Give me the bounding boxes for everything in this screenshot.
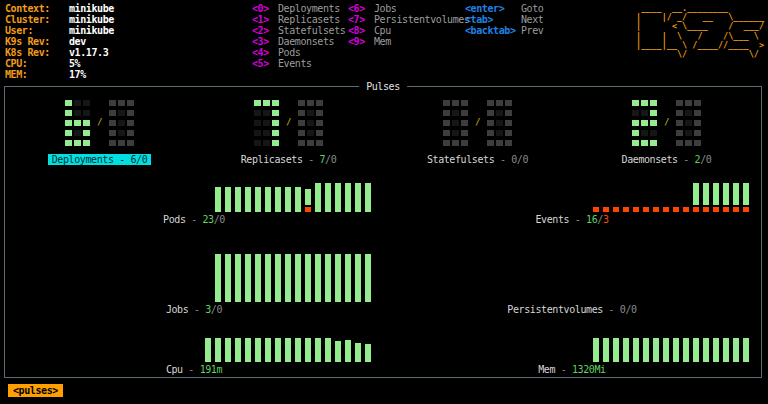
menu-item-persistentvolumes[interactable]: <7>Persistentvolumes — [348, 14, 470, 25]
bar — [365, 254, 371, 302]
label-separator: - — [569, 214, 586, 225]
bar-column — [245, 338, 251, 362]
digit-cell — [307, 100, 314, 106]
digit-cell — [127, 100, 134, 106]
info-label: User: — [5, 25, 69, 36]
digit-cell — [650, 110, 657, 116]
bar — [275, 187, 281, 212]
digit-cell — [461, 100, 468, 106]
bar — [345, 340, 351, 362]
digit-cell — [461, 140, 468, 146]
bar — [215, 187, 221, 212]
digit-cell — [487, 100, 494, 106]
cluster-info-row: Context:minikube — [5, 3, 114, 14]
menu-item-cpu[interactable]: <8>Cpu — [348, 25, 470, 36]
pulse-panel-deployments[interactable]: /Deployments - 6/0 — [5, 87, 194, 167]
info-value: v1.17.3 — [69, 47, 108, 58]
cluster-info: Context:minikubeCluster:minikubeUser:min… — [5, 3, 114, 80]
digit-cell — [676, 140, 683, 146]
bar — [295, 254, 301, 302]
pulse-chart-statefulsets: / — [383, 87, 572, 152]
bar-column — [345, 254, 351, 302]
menu-item-events[interactable]: <5>Events — [252, 58, 345, 69]
digit-cell — [505, 140, 512, 146]
menu-item-pods[interactable]: <4>Pods — [252, 47, 345, 58]
pulse-panel-replicasets[interactable]: /Replicasets - 7/0 — [194, 87, 383, 167]
menu-item-label: Persistentvolumes — [374, 14, 470, 25]
digit-cell — [443, 140, 450, 146]
menu-item-statefulsets[interactable]: <2>Statefulsets — [252, 25, 345, 36]
menu-item-goto[interactable]: <enter>Goto — [465, 3, 543, 14]
pulse-panel-pods[interactable]: Pods - 23/0 — [5, 167, 383, 227]
menu-item-mem[interactable]: <9>Mem — [348, 36, 470, 47]
selected-pulse-label[interactable]: Deployments - 6/0 — [48, 154, 152, 165]
pulse-panel-jobs[interactable]: Jobs - 3/0 — [5, 227, 383, 317]
pulse-label-text: Replicasets - 7/0 — [241, 154, 337, 165]
pulse-panel-events[interactable]: Events - 16/3 — [383, 167, 761, 227]
bar — [265, 338, 271, 362]
info-value: minikube — [69, 25, 114, 36]
bar-column — [285, 187, 291, 212]
bar-column — [255, 254, 261, 302]
menu-item-prev[interactable]: <backtab>Prev — [465, 25, 543, 36]
digit-cell — [685, 110, 692, 116]
info-value: minikube — [69, 14, 114, 25]
bar-column — [295, 338, 301, 362]
hotkey: <tab> — [465, 14, 521, 25]
bar-column — [643, 205, 649, 212]
pulse-panel-statefulsets[interactable]: /Statefulsets - 0/0 — [383, 87, 572, 167]
bar-column — [723, 183, 729, 212]
digit-0 — [298, 100, 323, 146]
bar — [215, 254, 221, 302]
pulse-fault-count: 0 — [142, 154, 148, 165]
bar-column — [693, 338, 699, 362]
pulse-panel-cpu[interactable]: Cpu - 191m — [5, 317, 383, 377]
pulse-panel-mem[interactable]: Mem - 1320Mi — [383, 317, 761, 377]
digit-cell — [452, 130, 459, 136]
digit-cell — [65, 100, 72, 106]
label-separator: - — [555, 364, 572, 375]
pulse-label-text: Pods - 23/0 — [163, 214, 225, 225]
pulse-chart-deployments: / — [5, 87, 194, 152]
digit-cell — [505, 130, 512, 136]
bar — [703, 338, 709, 362]
digit-cell — [496, 110, 503, 116]
bar-column — [245, 187, 251, 212]
bar-column — [603, 205, 609, 212]
digit-2 — [632, 100, 657, 146]
k9s-terminal: Context:minikubeCluster:minikubeUser:min… — [0, 0, 768, 404]
nav-key-hints: <enter>Goto<tab>Next<backtab>Prev — [465, 3, 543, 36]
digit-cell — [641, 110, 648, 116]
pulse-panel-persistentvolumes[interactable]: Persistentvolumes - 0/0 — [383, 227, 761, 317]
digit-cell — [641, 140, 648, 146]
breadcrumb-pulses[interactable]: <pulses> — [8, 384, 63, 397]
digit-cell — [65, 140, 72, 146]
menu-item-daemonsets[interactable]: <3>Daemonsets — [252, 36, 345, 47]
bar — [345, 254, 351, 302]
pulse-count: 191m — [200, 364, 222, 375]
bar — [235, 187, 241, 212]
bar-column — [623, 205, 629, 212]
menu-item-replicasets[interactable]: <1>Replicasets — [252, 14, 345, 25]
digit-cell — [109, 100, 116, 106]
digit-cell — [83, 110, 90, 116]
digit-slash: / — [664, 117, 669, 128]
pulse-chart-events — [383, 167, 761, 212]
menu-item-next[interactable]: <tab>Next — [465, 14, 543, 25]
digit-7 — [254, 100, 279, 146]
bar — [603, 338, 609, 362]
bar — [713, 183, 719, 205]
bar-column — [693, 183, 699, 212]
digit-cell — [83, 100, 90, 106]
bar-column — [653, 205, 659, 212]
bar-column — [335, 254, 341, 302]
menu-item-deployments[interactable]: <0>Deployments — [252, 3, 345, 14]
bar — [265, 254, 271, 302]
bar — [733, 338, 739, 362]
pulse-panel-daemonsets[interactable]: /Daemonsets - 2/0 — [572, 87, 761, 167]
digit-cell — [272, 120, 279, 126]
cluster-info-row: Cluster:minikube — [5, 14, 114, 25]
bar — [365, 183, 371, 212]
hotkey: <backtab> — [465, 25, 521, 36]
menu-item-jobs[interactable]: <6>Jobs — [348, 3, 470, 14]
